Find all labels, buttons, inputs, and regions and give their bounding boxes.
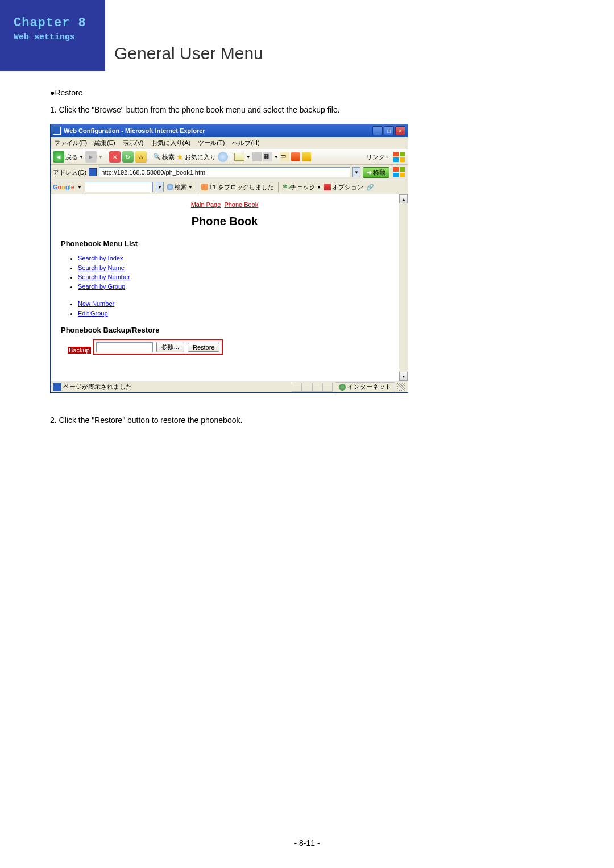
home-button[interactable]: ⌂ [135, 151, 147, 163]
forward-button[interactable]: ► [85, 151, 97, 163]
popup-blocked-button[interactable]: 11 をブロックしました [201, 183, 274, 192]
restore-heading: ●Restore [50, 88, 455, 97]
google-logo[interactable]: Google [53, 184, 74, 190]
status-cell [322, 383, 333, 392]
address-bar: アドレス(D) http://192.168.0.58080/ph_book1.… [51, 165, 408, 180]
chapter-title: Chapter 8 [14, 16, 105, 30]
discuss-button[interactable]: ▭ [280, 152, 289, 161]
status-text: ページが表示されました [63, 383, 289, 391]
google-search-button[interactable]: 検索▼ [167, 183, 193, 192]
separator [150, 152, 150, 162]
page-icon [89, 168, 97, 176]
zone-indicator: インターネット [335, 382, 395, 392]
star-icon: ★ [176, 152, 184, 161]
window-buttons: _ □ × [372, 126, 405, 135]
google-toolbar: Google ▼ ▼ 検索▼ 11 をブロックしました ᵃᵇ✓チェック▼ オプシ… [51, 180, 408, 194]
breadcrumb: Main Page Phone Book [61, 201, 388, 208]
ie-content: ▴ ▾ Main Page Phone Book Phone Book Phon… [51, 194, 408, 381]
menu-file[interactable]: ファイル(F) [54, 139, 87, 146]
status-page-icon [53, 383, 61, 391]
go-button[interactable]: ➜移動 [363, 167, 389, 178]
file-path-input[interactable] [96, 342, 153, 352]
crumb-phone-book[interactable]: Phone Book [224, 201, 258, 208]
back-button[interactable]: ◄戻る▼ [53, 151, 84, 163]
spellcheck-label: チェック [291, 183, 316, 192]
options-button[interactable]: オプション [324, 183, 363, 192]
link-new-number[interactable]: New Number [78, 299, 388, 309]
search-button[interactable]: 🔍検索 [153, 153, 175, 161]
chevron-down-icon: ▼ [79, 155, 84, 160]
chapter-subtitle: Web settings [14, 32, 105, 42]
crumb-main-page[interactable]: Main Page [191, 201, 221, 208]
google-search-input[interactable] [85, 182, 153, 192]
ie-titlebar: Web Configuration - Microsoft Internet E… [51, 124, 408, 137]
content-area: ●Restore 1. Click the "Browse" button fr… [0, 71, 455, 426]
ie-toolbar: ◄戻る▼ ► ▼ ✕ ↻ ⌂ 🔍検索 ★お気に入り ▼ ▦ ▼ ▭ リンク » [51, 149, 408, 165]
chevron-down-icon: ▼ [98, 155, 103, 160]
backup-link[interactable]: Backup [68, 347, 91, 354]
status-cell [312, 383, 322, 392]
mail-button[interactable] [234, 153, 244, 161]
stop-button[interactable]: ✕ [109, 151, 121, 163]
edit-button[interactable]: ▦ [263, 152, 272, 161]
link-search-by-number[interactable]: Search by Number [78, 272, 388, 282]
chevron-down-icon: ▼ [246, 155, 251, 160]
menu-view[interactable]: 表示(V) [123, 139, 144, 146]
address-dropdown[interactable]: ▼ [352, 167, 360, 177]
browse-button[interactable]: 参照... [156, 342, 184, 352]
backup-restore-area: Backup 参照... Restore [61, 340, 388, 355]
google-dropdown-icon[interactable]: ▼ [77, 185, 82, 190]
address-input[interactable]: http://192.168.0.58080/ph_book1.html [99, 167, 350, 177]
link-search-by-name[interactable]: Search by Name [78, 263, 388, 273]
google-search-dropdown[interactable]: ▼ [156, 182, 164, 192]
refresh-button[interactable]: ↻ [122, 151, 134, 163]
search-links-list: Search by Index Search by Name Search by… [61, 254, 388, 291]
resize-grip-icon[interactable] [397, 383, 405, 391]
go-arrow-icon: ➜ [367, 169, 372, 176]
spellcheck-button[interactable]: ᵃᵇ✓チェック▼ [283, 183, 321, 192]
zone-label: インターネット [347, 383, 391, 391]
minimize-button[interactable]: _ [372, 126, 383, 135]
autolink-icon[interactable]: 🔗 [366, 184, 374, 191]
scroll-down-icon[interactable]: ▾ [399, 372, 408, 381]
separator [197, 182, 197, 192]
google-search-label: 検索 [175, 183, 187, 192]
separator [278, 182, 279, 192]
page-title: Phone Book [61, 215, 388, 228]
address-label: アドレス(D) [53, 168, 86, 177]
maximize-button[interactable]: □ [384, 126, 394, 135]
menu-list-heading: Phonebook Menu List [61, 239, 388, 248]
restore-button[interactable]: Restore [188, 343, 220, 352]
ie-menubar: ファイル(F) 編集(E) 表示(V) お気に入り(A) ツール(T) ヘルプ(… [51, 137, 408, 149]
print-button[interactable] [252, 152, 262, 161]
research-button[interactable] [302, 152, 311, 161]
back-arrow-icon: ◄ [53, 151, 64, 163]
scrollbar[interactable]: ▴ ▾ [399, 194, 408, 381]
section-title: General User Menu [114, 44, 263, 63]
link-search-by-index[interactable]: Search by Index [78, 254, 388, 263]
status-bar: ページが表示されました インターネット [51, 381, 408, 392]
menu-help[interactable]: ヘルプ(H) [232, 139, 259, 146]
backup-restore-heading: Phonebook Backup/Restore [61, 326, 388, 334]
link-search-by-group[interactable]: Search by Group [78, 282, 388, 292]
menu-edit[interactable]: 編集(E) [94, 139, 115, 146]
link-edit-group[interactable]: Edit Group [78, 309, 388, 318]
scroll-up-icon[interactable]: ▴ [399, 194, 408, 203]
links-label[interactable]: リンク [366, 153, 385, 161]
popup-blocked-label: 11 をブロックしました [209, 183, 274, 192]
favorites-button[interactable]: ★お気に入り [176, 152, 216, 161]
check-icon: ᵃᵇ✓ [283, 184, 289, 190]
address-url-text: http://192.168.0.58080/ph_book1.html [101, 169, 206, 176]
history-button[interactable] [218, 152, 228, 162]
search-icon [167, 184, 173, 190]
step-1-text: 1. Click the "Browse" button from the ph… [50, 104, 455, 116]
menu-tools[interactable]: ツール(T) [198, 139, 225, 146]
chevron-down-icon: ▼ [188, 185, 193, 190]
messenger-button[interactable] [291, 152, 300, 161]
options-label: オプション [332, 183, 363, 192]
status-cell [292, 383, 302, 392]
chapter-block: Chapter 8 Web settings [0, 0, 105, 71]
menu-favorites[interactable]: お気に入り(A) [151, 139, 191, 146]
close-button[interactable]: × [395, 126, 405, 135]
links-chevron-icon: » [387, 155, 389, 160]
